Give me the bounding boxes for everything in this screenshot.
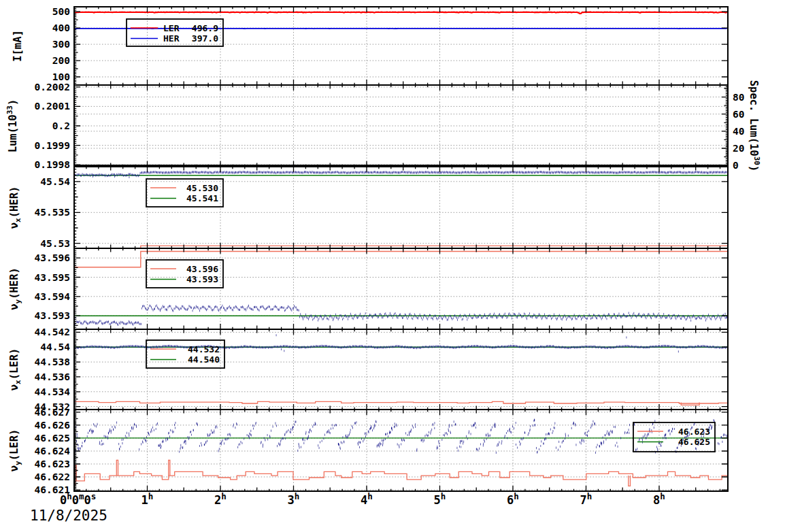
- svg-text:44.540: 44.540: [188, 354, 220, 365]
- svg-text:45.535: 45.535: [35, 207, 70, 218]
- svg-text:496.9: 496.9: [192, 23, 218, 33]
- panel-beam-current: 100200300400500I[mA]LER496.9HER397.0: [12, 6, 728, 85]
- LER current: [74, 12, 727, 14]
- svg-text:40: 40: [733, 126, 744, 137]
- ytick-labels-nuy-her: 43.59343.59443.59543.596: [35, 252, 71, 321]
- ytick-labels-nux-her: 45.5345.53545.54: [35, 176, 71, 249]
- svg-text:500: 500: [52, 6, 70, 17]
- axis-title-beam-current: I[mA]: [12, 30, 24, 62]
- svg-text:0.1999: 0.1999: [35, 140, 70, 151]
- svg-text:46.625: 46.625: [35, 433, 70, 444]
- svg-text:0.2002: 0.2002: [35, 82, 70, 93]
- svg-text:20: 20: [733, 143, 744, 154]
- svg-text:46.626: 46.626: [35, 420, 70, 431]
- axis-title-nux-her: νx​(HER): [8, 186, 22, 229]
- svg-text:43.593: 43.593: [186, 274, 218, 284]
- svg-text:HER: HER: [163, 33, 180, 44]
- svg-text:45.541: 45.541: [186, 193, 218, 203]
- svg-text:43.594: 43.594: [35, 291, 71, 302]
- series-nux-ler: [74, 335, 731, 405]
- legend-beam-current: LER496.9HER397.0: [127, 19, 223, 46]
- svg-text:43.596: 43.596: [186, 264, 218, 274]
- strip-chart-canvas: 100200300400500I[mA]LER496.9HER397.00.19…: [0, 0, 785, 532]
- svg-text:44.542: 44.542: [35, 327, 70, 337]
- ytick-labels-nux-ler: 44.53244.53444.53644.53844.5444.542: [35, 327, 71, 412]
- x-label-start: 0h​0m​0s​: [60, 491, 96, 507]
- svg-text:45.53: 45.53: [40, 238, 70, 249]
- nux-ler setpoint: [74, 401, 731, 405]
- x-label-5h: 5h​: [434, 491, 446, 507]
- ytick-labels-luminosity: 0.19980.19990.20.20010.2002: [35, 82, 71, 170]
- date-label: 11/8/2025: [30, 508, 107, 524]
- right-axis-title: Spec. Lum(1030​): [748, 80, 761, 172]
- svg-text:60: 60: [733, 109, 744, 120]
- svg-text:0.2: 0.2: [52, 120, 70, 131]
- svg-text:200: 200: [52, 55, 70, 66]
- svg-text:43.593: 43.593: [35, 310, 70, 321]
- strip-chart-svg: 100200300400500I[mA]LER496.9HER397.00.19…: [0, 0, 785, 532]
- axis-title-nuy-her: νy​(HER): [8, 267, 22, 310]
- svg-text:397.0: 397.0: [192, 33, 218, 44]
- x-label-6h: 6h​: [507, 491, 519, 507]
- svg-text:46.622: 46.622: [35, 471, 70, 482]
- nuy-her measured: [74, 305, 728, 325]
- x-label-2h: 2h​: [214, 491, 227, 507]
- ytick-labels-beam-current: 100200300400500: [52, 6, 70, 82]
- x-label-4h: 4h​: [361, 491, 373, 507]
- svg-text:LER: LER: [163, 23, 180, 33]
- svg-text:400: 400: [52, 22, 70, 33]
- svg-text:46.624: 46.624: [35, 446, 71, 456]
- svg-text:100: 100: [52, 71, 70, 82]
- svg-text:0.1998: 0.1998: [35, 159, 70, 170]
- series-nuy-ler: [74, 420, 735, 486]
- svg-text:43.595: 43.595: [35, 272, 70, 283]
- svg-text:46.625: 46.625: [678, 437, 710, 447]
- gridlines-luminosity: [74, 85, 728, 167]
- x-label-8h: 8h​: [653, 491, 665, 507]
- x-axis-labels: 0h​0m​0s​1h​2h​3h​4h​5h​6h​7h​8h​: [60, 491, 665, 507]
- svg-text:44.54: 44.54: [40, 342, 70, 352]
- ytick-labels-nuy-ler: 46.62146.62246.62346.62446.62546.62646.6…: [35, 407, 71, 495]
- svg-text:44.538: 44.538: [35, 356, 70, 367]
- panel-nux-her: 45.5345.53545.54νx​(HER)45.53045.541: [8, 167, 729, 249]
- svg-text:300: 300: [52, 39, 70, 50]
- ticks-nux-ler: [74, 329, 728, 410]
- border-nux-ler: [74, 329, 728, 410]
- svg-text:80: 80: [733, 92, 744, 103]
- svg-text:43.596: 43.596: [35, 252, 70, 263]
- svg-text:0.2001: 0.2001: [35, 101, 71, 112]
- gridlines-nux-ler: [74, 329, 728, 410]
- legend-nuy-ler: 46.62346.625: [633, 422, 715, 452]
- nux-her measured: [74, 172, 729, 178]
- legend-nuy-her: 43.59643.593: [146, 260, 223, 288]
- x-label-1h: 1h​: [141, 491, 154, 507]
- svg-text:44.536: 44.536: [35, 371, 70, 382]
- svg-text:46.623: 46.623: [35, 459, 70, 469]
- x-label-7h: 7h​: [580, 491, 592, 507]
- svg-text:46.627: 46.627: [35, 407, 70, 418]
- svg-text:45.530: 45.530: [186, 183, 218, 193]
- series-nux-her: [74, 172, 729, 249]
- legend-nux-ler: 44.53244.540: [146, 340, 224, 368]
- svg-text:44.532: 44.532: [188, 344, 220, 354]
- panel-nuy-ler: 46.62146.62246.62346.62446.62546.62646.6…: [8, 407, 735, 495]
- axis-title-nuy-ler: νy​(LER): [8, 429, 22, 472]
- svg-text:46.623: 46.623: [678, 427, 710, 437]
- svg-text:0: 0: [733, 160, 739, 171]
- x-label-3h: 3h​: [288, 491, 300, 507]
- panel-nuy-her: 43.59343.59443.59543.596νy​(HER)43.59643…: [8, 248, 728, 329]
- panel-luminosity: 0.19980.19990.20.20010.2002020406080Spec…: [5, 80, 761, 172]
- axis-title-nux-ler: νx​(LER): [8, 348, 22, 391]
- panel-nux-ler: 44.53244.53444.53644.53844.5444.542νx​(L…: [8, 327, 731, 412]
- svg-text:45.54: 45.54: [40, 176, 70, 187]
- axis-title-luminosity: Lum(1033​): [5, 99, 19, 153]
- svg-text:44.534: 44.534: [35, 386, 71, 397]
- legend-nux-her: 45.53045.541: [146, 179, 223, 207]
